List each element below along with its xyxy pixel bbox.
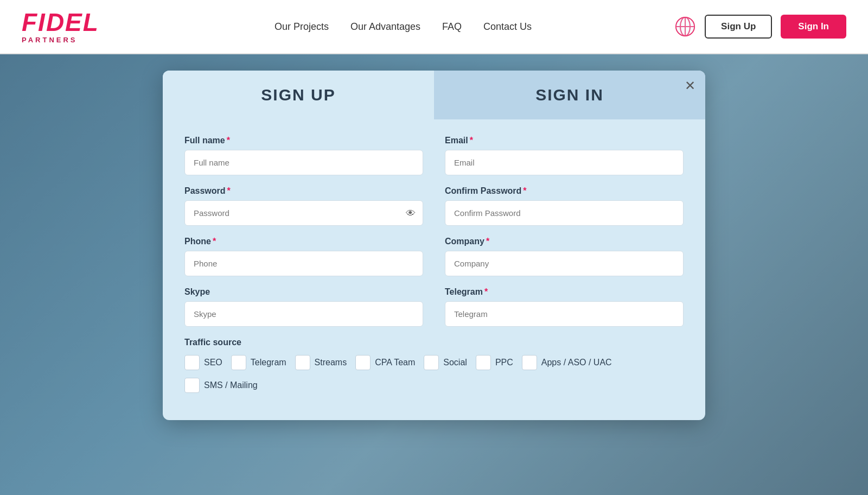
checkbox-cpa-team[interactable]: CPA Team (355, 355, 415, 370)
tab-signup[interactable]: Sign Up (163, 71, 434, 119)
telegram-input[interactable] (445, 301, 684, 327)
skype-input[interactable] (184, 301, 423, 327)
eye-icon[interactable]: 👁 (406, 207, 416, 219)
checkbox-apps-label: Apps / ASO / UAC (541, 358, 612, 367)
skype-group: Skype (184, 287, 423, 327)
checkbox-streams-box[interactable] (295, 355, 310, 370)
checkbox-telegram-label: Telegram (251, 358, 286, 367)
phone-group: Phone* (184, 237, 423, 276)
checkbox-cpa-team-box[interactable] (355, 355, 371, 370)
password-group: Password* 👁 (184, 186, 423, 226)
confirm-password-label: Confirm Password* (445, 186, 684, 196)
checkbox-telegram-box[interactable] (231, 355, 246, 370)
modal-body: Full name* Email* Password* (163, 119, 705, 420)
checkbox-social-label: Social (443, 358, 467, 367)
checkbox-seo[interactable]: SEO (184, 355, 222, 370)
email-label: Email* (445, 136, 684, 145)
checkbox-apps-box[interactable] (522, 355, 537, 370)
fullname-label: Full name* (184, 136, 423, 145)
signup-modal: Sign Up Sign In ✕ Full name* Email* (163, 71, 705, 420)
phone-input[interactable] (184, 251, 423, 276)
traffic-checkbox-row-1: SEO Telegram Streams CPA Team (184, 355, 684, 370)
form-row-3: Phone* Company* (184, 237, 684, 276)
close-button[interactable]: ✕ (685, 78, 695, 93)
checkbox-sms[interactable]: SMS / Mailing (184, 378, 258, 393)
company-label: Company* (445, 237, 684, 246)
checkbox-ppc-label: PPC (495, 358, 513, 367)
checkbox-social[interactable]: Social (424, 355, 467, 370)
checkbox-ppc[interactable]: PPC (476, 355, 513, 370)
form-row-2: Password* 👁 Confirm Password* (184, 186, 684, 226)
checkbox-streams[interactable]: Streams (295, 355, 347, 370)
fullname-input[interactable] (184, 150, 423, 175)
checkbox-apps[interactable]: Apps / ASO / UAC (522, 355, 612, 370)
tab-signin[interactable]: Sign In (434, 71, 705, 119)
form-row-4: Skype Telegram* (184, 287, 684, 327)
confirm-password-group: Confirm Password* (445, 186, 684, 226)
email-input[interactable] (445, 150, 684, 175)
modal-tabs: Sign Up Sign In (163, 71, 705, 119)
password-label: Password* (184, 186, 423, 196)
traffic-source-section: Traffic source SEO Telegram Streams (184, 338, 684, 393)
password-wrapper: 👁 (184, 200, 423, 226)
telegram-group: Telegram* (445, 287, 684, 327)
company-input[interactable] (445, 251, 684, 276)
form-row-1: Full name* Email* (184, 136, 684, 175)
skype-label: Skype (184, 287, 423, 297)
checkbox-sms-label: SMS / Mailing (204, 380, 258, 390)
traffic-checkbox-row-2: SMS / Mailing (184, 378, 684, 393)
company-group: Company* (445, 237, 684, 276)
checkbox-cpa-team-label: CPA Team (375, 358, 415, 367)
checkbox-sms-box[interactable] (184, 378, 200, 393)
checkbox-seo-label: SEO (204, 358, 222, 367)
telegram-label: Telegram* (445, 287, 684, 297)
confirm-password-input[interactable] (445, 200, 684, 226)
modal-overlay: Sign Up Sign In ✕ Full name* Email* (0, 0, 868, 495)
traffic-source-label: Traffic source (184, 338, 684, 347)
phone-label: Phone* (184, 237, 423, 246)
email-group: Email* (445, 136, 684, 175)
checkbox-ppc-box[interactable] (476, 355, 491, 370)
fullname-group: Full name* (184, 136, 423, 175)
checkbox-streams-label: Streams (315, 358, 347, 367)
password-input[interactable] (184, 200, 423, 226)
checkbox-telegram[interactable]: Telegram (231, 355, 286, 370)
checkbox-social-box[interactable] (424, 355, 439, 370)
checkbox-seo-box[interactable] (184, 355, 200, 370)
